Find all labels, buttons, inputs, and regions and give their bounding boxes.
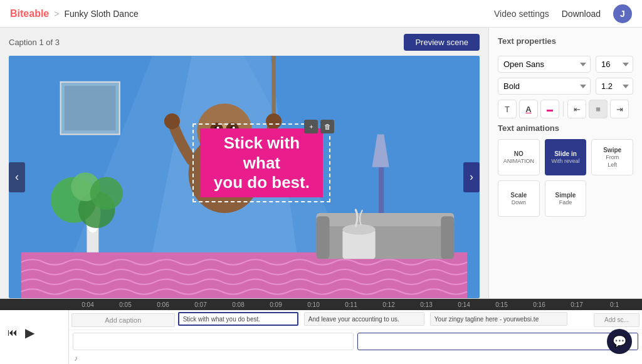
breadcrumb-separator: >	[54, 9, 59, 19]
font-size-select[interactable]: 16	[596, 56, 633, 73]
text-format-row: T A ▬ ⇤ ≡ ⇥	[498, 100, 633, 118]
project-title: Funky Sloth Dance	[64, 9, 138, 19]
caption-active-input[interactable]	[357, 333, 638, 350]
tick-7: 0:11	[332, 301, 370, 308]
canvas-wrapper: + 🗑 Stick withwhatyou do best. ‹ ›	[9, 56, 480, 298]
svg-rect-17	[317, 216, 330, 259]
tick-13: 0:17	[558, 301, 596, 308]
music-icon: ♪	[74, 354, 78, 363]
download-button[interactable]: Download	[562, 9, 601, 19]
trash-icon: 🗑	[324, 123, 331, 130]
text-selection-box[interactable]: + 🗑 Stick withwhatyou do best.	[192, 123, 330, 202]
font-color-button[interactable]: A	[519, 100, 538, 118]
caption-segment-2[interactable]: And leave your accounting to us.	[304, 312, 424, 326]
svg-point-20	[342, 224, 375, 235]
tick-8: 0:12	[370, 301, 408, 308]
caption-label: Caption 1 of 3	[9, 38, 60, 47]
anim-slide-in-reveal[interactable]: Slide in With reveal	[545, 139, 587, 175]
align-right-icon: ⇥	[616, 105, 623, 114]
timeline-tracks: Add caption Stick with what you do best.…	[69, 310, 642, 364]
caption-segment-3[interactable]: Your zingy tagline here - yourwebsi.te	[430, 312, 567, 326]
text-props-title: Text properties	[498, 36, 633, 46]
tick-0: 0:04	[69, 301, 107, 308]
skip-back-button[interactable]: ⏮	[6, 326, 19, 340]
caption-track-row: Add caption Stick with what you do best.…	[69, 310, 642, 330]
tick-6: 0:10	[295, 301, 332, 308]
align-center-button[interactable]: ≡	[589, 100, 608, 118]
text-animations-title: Text animations	[498, 123, 633, 133]
timeline-body: Total time 0:18 ⏮ ▶ Add caption Stick wi…	[0, 310, 642, 364]
main-area: Caption 1 of 3 Preview scene	[0, 28, 642, 298]
svg-rect-5	[65, 86, 116, 130]
caption-segment-1[interactable]: Stick with what you do best.	[178, 312, 298, 326]
tick-10: 0:14	[445, 301, 483, 308]
tick-14: 0:1	[596, 301, 633, 308]
text-format-button[interactable]: T	[498, 100, 517, 118]
play-button[interactable]: ▶	[24, 324, 36, 341]
svg-point-11	[90, 177, 123, 210]
add-scene-button[interactable]: Add sc...	[594, 313, 639, 327]
line-height-select[interactable]: 1.2	[596, 78, 633, 95]
tick-3: 0:07	[182, 301, 219, 308]
icon-divider	[563, 101, 564, 117]
header-left: Biteable > Funky Sloth Dance	[10, 8, 139, 19]
caption-header: Caption 1 of 3 Preview scene	[9, 34, 480, 51]
canvas-area: Caption 1 of 3 Preview scene	[0, 28, 488, 298]
svg-rect-18	[441, 216, 454, 259]
font-weight-row: Bold 1.2	[498, 78, 633, 95]
align-left-button[interactable]: ⇤	[567, 100, 586, 118]
right-panel: Text properties Open Sans 16 Bold 1.2 T …	[488, 28, 642, 298]
anim-scale-down[interactable]: Scale Down	[498, 180, 540, 217]
anim-swipe-from-left[interactable]: Swipe FromLeft	[591, 139, 633, 175]
font-weight-select[interactable]: Bold	[498, 78, 591, 95]
header: Biteable > Funky Sloth Dance Video setti…	[0, 0, 642, 28]
skip-back-icon: ⏮	[8, 327, 18, 338]
text-overlay[interactable]: Stick withwhatyou do best.	[200, 128, 323, 197]
add-caption-button[interactable]: Add caption	[71, 313, 175, 327]
header-right: Video settings Download J	[494, 4, 632, 23]
animations-grid: NO ANIMATION Slide in With reveal Swipe …	[498, 139, 633, 217]
brand-logo[interactable]: Biteable	[10, 8, 49, 19]
caption-input-row	[69, 330, 642, 353]
music-row: ♪	[69, 353, 642, 364]
tick-1: 0:05	[107, 301, 144, 308]
align-left-icon: ⇤	[574, 105, 581, 114]
tick-11: 0:15	[483, 301, 520, 308]
selection-handles: + 🗑	[304, 120, 334, 133]
timeline-area: 0:04 0:05 0:06 0:07 0:08 0:09 0:10 0:11 …	[0, 298, 642, 364]
timeline-ruler: 0:04 0:05 0:06 0:07 0:08 0:09 0:10 0:11 …	[0, 299, 642, 310]
highlight-icon: ▬	[547, 106, 553, 113]
plus-icon: +	[309, 123, 313, 130]
play-icon: ▶	[25, 325, 34, 340]
highlight-button[interactable]: ▬	[540, 100, 559, 118]
tick-4: 0:08	[219, 301, 257, 308]
chat-icon: 💬	[613, 335, 626, 348]
font-color-icon: A	[525, 105, 531, 114]
align-center-icon: ≡	[596, 105, 601, 114]
preview-scene-button[interactable]: Preview scene	[404, 34, 480, 51]
add-text-handle[interactable]: +	[304, 120, 318, 133]
next-scene-button[interactable]: ›	[463, 162, 480, 192]
svg-rect-16	[317, 213, 455, 226]
font-family-row: Open Sans 16	[498, 56, 633, 73]
prev-scene-button[interactable]: ‹	[9, 162, 25, 192]
timeline-controls: Total time 0:18 ⏮ ▶	[0, 310, 69, 364]
timeline-ticks: 0:04 0:05 0:06 0:07 0:08 0:09 0:10 0:11 …	[69, 301, 642, 308]
tick-9: 0:13	[408, 301, 445, 308]
anim-simple-fade[interactable]: Simple Fade	[545, 180, 587, 217]
delete-text-handle[interactable]: 🗑	[320, 120, 334, 133]
align-right-button[interactable]: ⇥	[610, 100, 629, 118]
svg-point-32	[164, 113, 180, 129]
video-settings-link[interactable]: Video settings	[494, 9, 549, 19]
caption-text-input[interactable]	[73, 333, 354, 350]
tick-2: 0:06	[144, 301, 182, 308]
font-family-select[interactable]: Open Sans	[498, 56, 591, 73]
user-avatar[interactable]: J	[613, 4, 632, 23]
tick-5: 0:09	[257, 301, 295, 308]
tick-12: 0:16	[520, 301, 558, 308]
anim-no-animation[interactable]: NO ANIMATION	[498, 139, 540, 175]
chat-button[interactable]: 💬	[607, 329, 632, 354]
text-format-icon: T	[505, 105, 510, 114]
